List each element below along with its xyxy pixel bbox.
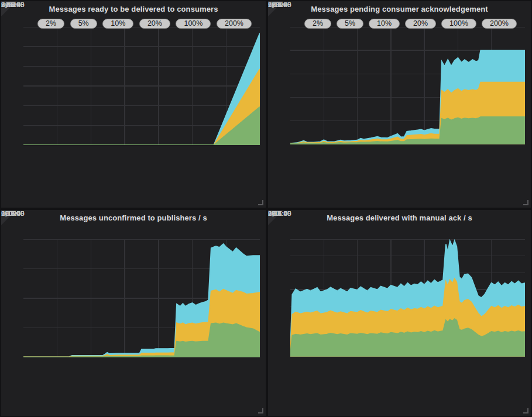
resize-handle-icon[interactable] bbox=[523, 408, 528, 413]
resize-handle-icon[interactable] bbox=[258, 200, 263, 205]
panel-title[interactable]: Messages pending consumer acknowledgemen… bbox=[268, 5, 531, 13]
legend-row: 2%5%10%20%100%200% bbox=[304, 19, 517, 29]
panel-unconfirmed: i Messages unconfirmed to publishers / s… bbox=[1, 210, 266, 416]
panel-title[interactable]: Messages delivered with manual ack / s bbox=[268, 213, 531, 222]
legend-pill-200pct[interactable]: 200% bbox=[217, 19, 252, 29]
legend-pill-20pct[interactable]: 20% bbox=[405, 19, 436, 29]
chart-plot[interactable] bbox=[290, 27, 525, 144]
dashboard-grid: i Messages ready to be delivered to cons… bbox=[0, 0, 532, 417]
legend-pill-10pct[interactable]: 10% bbox=[369, 19, 400, 29]
panel-pending: i Messages pending consumer acknowledgem… bbox=[268, 1, 531, 208]
chart-plot[interactable] bbox=[23, 239, 260, 357]
panel-ready: i Messages ready to be delivered to cons… bbox=[1, 1, 266, 208]
resize-handle-icon[interactable] bbox=[258, 408, 263, 413]
legend-pill-200pct[interactable]: 200% bbox=[482, 19, 517, 29]
legend-pill-10pct[interactable]: 10% bbox=[102, 19, 133, 29]
legend-row: 2%5%10%20%100%200% bbox=[37, 19, 252, 29]
panel-title[interactable]: Messages unconfirmed to publishers / s bbox=[1, 213, 266, 222]
chart-plot[interactable] bbox=[290, 239, 525, 357]
legend-pill-2pct[interactable]: 2% bbox=[37, 19, 64, 29]
legend-pill-5pct[interactable]: 5% bbox=[70, 19, 97, 29]
panel-delivered: i Messages delivered with manual ack / s… bbox=[268, 210, 531, 416]
legend-pill-100pct[interactable]: 100% bbox=[176, 19, 211, 29]
yellow-series-area bbox=[23, 69, 260, 145]
chart-plot[interactable] bbox=[23, 27, 260, 145]
legend-pill-100pct[interactable]: 100% bbox=[441, 19, 476, 29]
legend-pill-20pct[interactable]: 20% bbox=[139, 19, 170, 29]
legend-pill-5pct[interactable]: 5% bbox=[337, 19, 363, 29]
panel-title[interactable]: Messages ready to be delivered to consum… bbox=[1, 5, 266, 13]
legend-pill-2pct[interactable]: 2% bbox=[304, 19, 331, 29]
resize-handle-icon[interactable] bbox=[523, 200, 528, 205]
